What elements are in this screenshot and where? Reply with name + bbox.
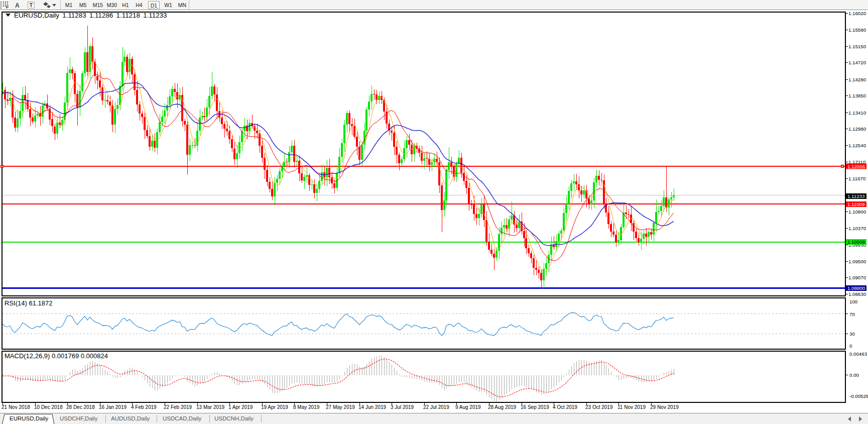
svg-text:1.15150: 1.15150 [848,44,866,49]
svg-text:28 Dec 2018: 28 Dec 2018 [66,404,95,410]
svg-text:23 Oct 2019: 23 Oct 2019 [585,404,613,410]
svg-text:4 Oct 2019: 4 Oct 2019 [553,404,577,410]
svg-text:F: F [6,5,9,10]
svg-text:29 Nov 2019: 29 Nov 2019 [650,404,679,410]
svg-text:0.00: 0.00 [849,372,859,378]
svg-text:3 Jul 2019: 3 Jul 2019 [391,404,414,410]
svg-text:4 Feb 2019: 4 Feb 2019 [131,404,157,410]
svg-text:1.11670: 1.11670 [848,176,866,181]
svg-text:A: A [15,2,20,9]
svg-text:1.11233: 1.11233 [847,193,864,199]
svg-text:MACD(12,26,9) 0.001769 0.00082: MACD(12,26,9) 0.001769 0.000824 [5,352,108,360]
svg-text:1.08630: 1.08630 [848,291,866,297]
svg-text:19 Apr 2019: 19 Apr 2019 [261,404,288,410]
svg-text:27 May 2019: 27 May 2019 [326,404,355,410]
svg-text:T: T [30,2,33,8]
svg-text:21 Nov 2018: 21 Nov 2018 [2,404,30,410]
svg-text:1.10008: 1.10008 [847,239,865,245]
svg-text:100: 100 [849,299,858,304]
svg-text:1.10800: 1.10800 [848,209,866,215]
svg-text:30: 30 [849,331,855,337]
svg-text:RSI(14) 61.1872: RSI(14) 61.1872 [5,299,52,307]
svg-text:1.15580: 1.15580 [848,27,866,33]
svg-text:1.12540: 1.12540 [848,143,866,148]
svg-text:1.16020: 1.16020 [848,11,866,16]
svg-text:28 Aug 2019: 28 Aug 2019 [488,404,517,410]
svg-text:0.00463: 0.00463 [849,351,867,357]
svg-text:10 Dec 2018: 10 Dec 2018 [34,404,63,410]
svg-text:1.09500: 1.09500 [848,259,866,264]
svg-text:0: 0 [849,343,852,349]
svg-text:1.09070: 1.09070 [848,275,866,280]
svg-text:70: 70 [849,311,855,317]
svg-text:1.11009: 1.11009 [847,201,864,207]
svg-text:1.13410: 1.13410 [848,110,866,116]
svg-text:9 Aug 2019: 9 Aug 2019 [455,404,481,410]
svg-text:14 Jun 2019: 14 Jun 2019 [358,404,386,410]
svg-text:1 Apr 2019: 1 Apr 2019 [228,404,253,410]
svg-text:1.12006: 1.12006 [847,164,865,169]
svg-text:8 May 2019: 8 May 2019 [293,404,320,410]
svg-text:22 Jul 2019: 22 Jul 2019 [423,404,449,410]
svg-text:22 Feb 2019: 22 Feb 2019 [164,404,192,410]
svg-text:16 Jan 2019: 16 Jan 2019 [99,404,127,410]
svg-text:1.14280: 1.14280 [848,77,866,82]
svg-text:11 Nov 2019: 11 Nov 2019 [617,404,646,410]
svg-text:1.12980: 1.12980 [848,126,866,132]
svg-text:1.13850: 1.13850 [848,93,866,98]
svg-text:13 Mar 2019: 13 Mar 2019 [196,404,225,410]
svg-text:1.10370: 1.10370 [848,226,866,231]
svg-text:16 Sep 2019: 16 Sep 2019 [521,404,549,410]
svg-text:-0.005299: -0.005299 [849,393,868,399]
svg-text:1.08800: 1.08800 [847,285,865,291]
svg-text:1.14720: 1.14720 [848,60,866,65]
svg-text:EURUSD,Daily 1.11283 1.11286: EURUSD,Daily 1.11283 1.11286 1.11218 1.1… [14,12,167,19]
